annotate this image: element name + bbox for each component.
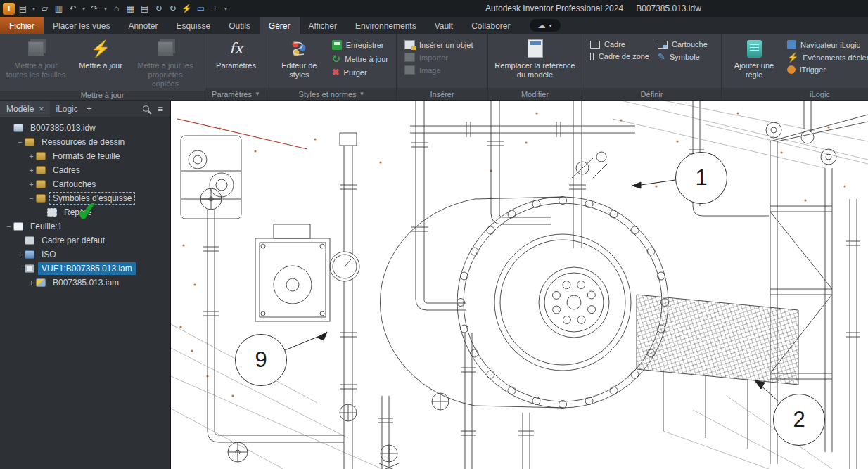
drawing-canvas[interactable] — [171, 101, 868, 469]
style-editor-icon — [290, 39, 308, 58]
update-button[interactable]: ⚡ Mettre à jour — [68, 36, 133, 72]
cloud-menu-button[interactable]: ☁ ▾ — [530, 19, 561, 32]
style-editor-button[interactable]: Editeur de styles — [271, 36, 328, 82]
symbol-button[interactable]: ✎ Symbole — [653, 51, 717, 62]
drawing-viewport[interactable]: 192 — [171, 101, 868, 469]
tree-item-vue1-b007385-013-iam[interactable]: −VUE1:B007385.013.iam — [0, 262, 170, 276]
triggered-events-button[interactable]: ⚡ Evénements déclenchés — [783, 52, 868, 63]
tree-item-iso[interactable]: +ISO — [0, 248, 170, 262]
import-icon — [404, 53, 415, 62]
tree-item-cadres[interactable]: +Cadres — [0, 163, 170, 177]
open-folder-icon[interactable]: ▱ — [39, 3, 51, 15]
tree-item-cadre-par-d-faut[interactable]: Cadre par défaut — [0, 233, 170, 248]
frame-icon — [590, 41, 600, 49]
frame-icon — [25, 236, 34, 245]
add-rule-button[interactable]: Ajouter une règle — [725, 36, 783, 82]
doc-icon — [13, 124, 23, 132]
save-icon[interactable]: ▥ — [53, 3, 65, 15]
group-inserer: Insérer un objet Importer Image Insérer — [397, 34, 488, 100]
replace-model-reference-button[interactable]: Remplacer la référence du modèle — [492, 36, 578, 82]
tab-modele[interactable]: Modèle × — [0, 101, 50, 117]
ilogic-lightning-icon[interactable]: ⚡ — [181, 3, 193, 15]
home-icon[interactable]: ⌂ — [110, 3, 122, 15]
tree-expander-icon[interactable]: + — [15, 250, 25, 259]
frame-button[interactable]: Cadre — [586, 39, 653, 49]
undo-caret-icon[interactable]: ▾ — [81, 3, 87, 15]
toolbar-caret-icon[interactable]: ▾ — [223, 3, 229, 15]
balloon-2[interactable]: 2 — [773, 394, 825, 446]
tree-expander-icon[interactable]: − — [15, 264, 25, 273]
print-preview-icon[interactable]: ▤ — [139, 3, 151, 15]
tree-expander-icon[interactable]: − — [27, 194, 36, 203]
browser-menu-icon[interactable]: ≡ — [158, 103, 170, 115]
tab-esquisse[interactable]: Esquisse — [167, 17, 219, 34]
image-icon — [404, 65, 415, 75]
undo-icon[interactable]: ↶ — [67, 3, 79, 15]
tab-gerer[interactable]: Gérer — [260, 17, 300, 34]
balloon-1[interactable]: 1 — [675, 152, 727, 204]
screen-capture-icon[interactable]: ▭ — [195, 3, 207, 15]
insert-object-button[interactable]: Insérer un objet — [400, 39, 477, 50]
add-panel-button[interactable]: + — [84, 103, 95, 114]
balloon-9[interactable]: 9 — [235, 334, 287, 386]
redo-icon[interactable]: ↷ — [89, 3, 101, 15]
itrigger-button[interactable]: iTrigger — [783, 65, 868, 75]
itrigger-icon — [787, 65, 796, 74]
group-label-styles[interactable]: Styles et normes▼ — [267, 88, 396, 100]
tree-item-ressources-de-dessin[interactable]: −Ressources de dessin — [0, 135, 170, 149]
group-definir: Cadre Cadre de zone Cartouche ✎ Symbole — [582, 34, 722, 100]
tab-afficher[interactable]: Afficher — [300, 17, 346, 34]
folder-title-icon — [36, 180, 46, 188]
parameters-button[interactable]: fx Paramètres — [209, 36, 263, 72]
inventor-logo-icon[interactable]: I — [3, 3, 15, 15]
add-command-icon[interactable]: + — [209, 3, 221, 15]
update-copied-properties-icon — [158, 41, 173, 56]
update-styles-button[interactable]: ↻ Mettre à jour — [328, 53, 392, 65]
new-file-caret-icon[interactable]: ▾ — [31, 3, 37, 15]
zone-frame-button[interactable]: Cadre de zone — [586, 51, 653, 61]
tree-item-formats-de-feuille[interactable]: +Formats de feuille — [0, 149, 170, 163]
tab-placer-les-vues[interactable]: Placer les vues — [44, 17, 119, 34]
group-parametres: fx Paramètres Paramètres▼ — [205, 34, 267, 100]
tree-expander-icon[interactable]: + — [27, 278, 36, 287]
tree-expander-icon[interactable]: + — [27, 152, 36, 160]
ribbon-tabbar-row: FichierPlacer les vuesAnnoterEsquisseOut… — [0, 17, 868, 34]
tab-ilogic-panel[interactable]: iLogic — [50, 104, 83, 114]
tree-item-b007385-013-idw[interactable]: B007385.013.idw — [0, 121, 170, 135]
refresh-icon[interactable]: ↻ — [167, 3, 179, 15]
model-tree: B007385.013.idw−Ressources de dessin+For… — [0, 117, 170, 469]
tree-expander-icon[interactable]: − — [15, 138, 25, 146]
tab-collaborer[interactable]: Collaborer — [462, 17, 519, 34]
search-icon[interactable] — [143, 105, 149, 112]
rule-scroll-icon — [747, 40, 762, 58]
replace-reference-icon — [528, 39, 543, 58]
group-label-parametres[interactable]: Paramètres▼ — [205, 88, 267, 100]
ilogic-browser-button[interactable]: Navigateur iLogic — [783, 39, 868, 50]
import-button[interactable]: Importer — [400, 52, 477, 63]
purge-styles-button[interactable]: ✖ Purger — [328, 67, 392, 77]
tree-item-b007385-013-iam[interactable]: +B007385.013.iam — [0, 276, 170, 290]
tab-outils[interactable]: Outils — [219, 17, 260, 34]
tab-vault[interactable]: Vault — [426, 17, 462, 34]
save-styles-button[interactable]: Enregistrer — [328, 39, 392, 51]
red-sketch-line[interactable] — [177, 119, 307, 149]
update-all-sheets-button[interactable]: Mettre à jour toutes les feuilles — [4, 36, 68, 82]
tab-fichier[interactable]: Fichier — [0, 17, 44, 34]
tab-annoter[interactable]: Annoter — [119, 17, 167, 34]
title-block-button[interactable]: Cartouche — [653, 39, 717, 49]
tree-item-label: Cadres — [49, 164, 84, 176]
tree-expander-icon[interactable]: + — [27, 180, 36, 188]
tree-item-cartouches[interactable]: +Cartouches — [0, 177, 170, 191]
update-sheets-icon[interactable]: ↻ — [153, 3, 165, 15]
redo-caret-icon[interactable]: ▾ — [103, 3, 108, 15]
asm-icon — [36, 278, 46, 287]
update-copied-properties-button[interactable]: Mettre à jour les propriétés copiées — [133, 36, 198, 91]
tree-item-label: Cartouches — [49, 178, 99, 191]
tab-environnements[interactable]: Environnements — [346, 17, 426, 34]
new-file-icon[interactable]: ▤ — [17, 3, 29, 15]
tree-expander-icon[interactable]: − — [4, 222, 13, 231]
tree-expander-icon[interactable]: + — [27, 166, 36, 174]
plot-icon[interactable]: ▦ — [125, 3, 136, 15]
image-button[interactable]: Image — [400, 65, 477, 75]
close-icon[interactable]: × — [39, 104, 44, 114]
